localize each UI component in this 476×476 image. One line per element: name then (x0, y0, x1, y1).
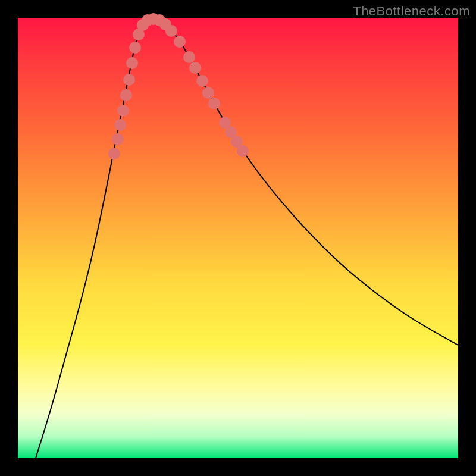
marker-dot (165, 25, 177, 37)
marker-dot (123, 74, 135, 86)
marker-dot (114, 119, 126, 131)
marker-dot (196, 75, 208, 87)
markers-group (108, 13, 249, 159)
bottleneck-plot (18, 18, 458, 458)
marker-dot (208, 98, 220, 109)
marker-dot (237, 145, 249, 157)
marker-dot (129, 42, 141, 54)
marker-dot (126, 57, 138, 69)
marker-dot (120, 89, 132, 101)
chart-frame (18, 18, 458, 458)
marker-dot (112, 133, 124, 145)
marker-dot (183, 51, 195, 63)
marker-dot (189, 62, 201, 74)
bottleneck-curve (36, 19, 458, 458)
marker-dot (202, 87, 214, 99)
marker-dot (174, 36, 186, 48)
marker-dot (117, 105, 129, 117)
watermark-text: TheBottleneck.com (353, 4, 470, 19)
marker-dot (108, 148, 120, 159)
